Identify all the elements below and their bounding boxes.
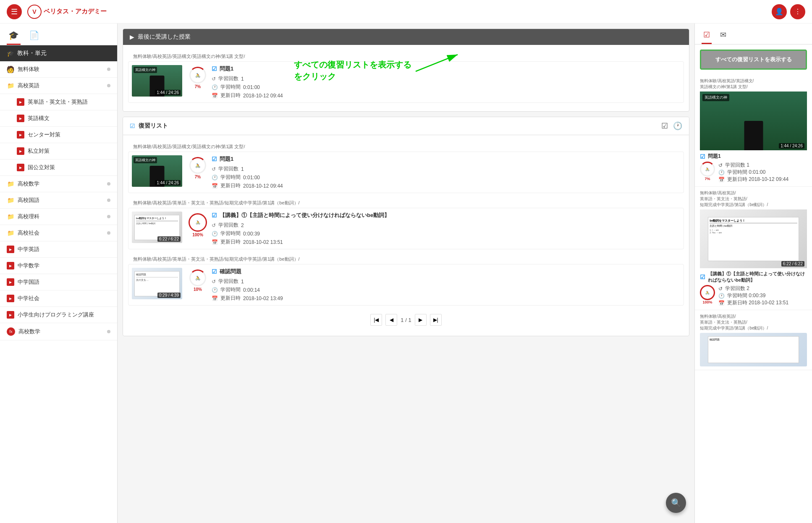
last-lesson-section: ▶ 最後に受講した授業 無料体験/高校英語/英語構文/英語構文の神/第1講 文型… xyxy=(123,29,689,112)
last-page-button[interactable]: ▶| xyxy=(430,314,442,326)
search-fab-button[interactable]: 🔍 xyxy=(666,493,686,513)
sidebar-item-label: 高校英語 xyxy=(18,82,39,89)
title-text-2: 【講義】①【主語と時間によって使い分けなければならないbe動詞】 xyxy=(220,212,390,219)
card-content: ☑ 問題1 ↺ 学習回数 1 🕐 xyxy=(212,65,283,99)
study-time-row: 🕐 学習時間 0:01:00 xyxy=(212,84,283,91)
meta-3: ↺ 学習回数 1 🕐 学習時間 0:00:14 xyxy=(212,278,283,302)
header-left: ☰ V ベリタス・アカデミー xyxy=(7,4,107,19)
sidebar-item-highschool-science[interactable]: 📁 高校理科 xyxy=(0,209,117,225)
sidebar-item-fx-math[interactable]: fx 高校数学 xyxy=(0,323,117,340)
progress-1: 🚴 7% xyxy=(187,155,208,179)
right-tab-send[interactable]: ✉ xyxy=(718,27,728,44)
ref-icon: ↺ xyxy=(718,286,723,292)
sidebar-item-middle-social[interactable]: ▶ 中学社会 xyxy=(0,290,117,307)
meta-section-1: 🚴 7% ☑ 問題1 ↺ 学 xyxy=(187,155,283,189)
sidebar-item-trial[interactable]: 🧑 無料体験 xyxy=(0,61,117,78)
sidebar-item-vocab[interactable]: ▶ 英単語・英文法・英熟語 xyxy=(0,94,117,110)
meta-2: ↺ 学習回数 2 🕐 学習時間 0:00:39 xyxy=(212,222,390,246)
sidebar-item-private[interactable]: ▶ 私立対策 xyxy=(0,143,117,160)
sidebar-tabs: 🎓 📄 xyxy=(0,24,117,45)
review-list-header: ☑ 復習リスト ☑ 🕐 xyxy=(123,117,689,135)
sidebar-item-label: 高校国語 xyxy=(18,196,39,204)
review-breadcrumb-3: 無料体験/高校英語/英単語・英文法・英熟語/短期完成中学英語/第1講（be動詞）… xyxy=(128,253,684,264)
review-card-1[interactable]: 英語構文の神 1:44 / 24:26 🚴 7% ☑ xyxy=(128,152,684,193)
right-thumb-label: 英語構文の神 xyxy=(702,94,729,101)
sidebar-item-highschool-social[interactable]: 📁 高校社会 xyxy=(0,225,117,241)
hamburger-icon: ☰ xyxy=(11,7,18,16)
right-tab-review[interactable]: ☑ xyxy=(702,27,712,44)
play-icon: ▶ xyxy=(17,115,24,122)
last-lesson-title: 最後に受講した授業 xyxy=(138,33,191,41)
sidebar-item-composition[interactable]: ▶ 英語構文 xyxy=(0,110,117,127)
sidebar-tab-notes[interactable]: 📄 xyxy=(27,27,41,45)
last-lesson-card[interactable]: 英語構文の神 1:44 / 24:26 🚴 7% ☑ xyxy=(128,61,684,103)
title-text-3: 確認問題 xyxy=(220,268,241,275)
svg-text:V: V xyxy=(32,8,37,15)
first-page-button[interactable]: |◀ xyxy=(370,314,382,326)
update-row-3: 📅 更新日時 2018-10-02 13:49 xyxy=(212,295,283,302)
bike-icon: 🚴 xyxy=(195,163,200,168)
sidebar-item-center[interactable]: ▶ センター対策 xyxy=(0,127,117,143)
last-lesson-body: 無料体験/高校英語/英語構文/英語構文の神/第1講 文型/ 英語構文の神 1:4… xyxy=(123,45,689,111)
sidebar-item-highschool-english[interactable]: 📁 高校英語 xyxy=(0,78,117,94)
sidebar-item-label: 私立対策 xyxy=(28,147,50,155)
sidebar-item-label: 中学国語 xyxy=(18,278,39,286)
filter-icon[interactable]: ☑ xyxy=(661,121,668,131)
sidebar-item-highschool-japanese[interactable]: 📁 高校国語 xyxy=(0,192,117,209)
play-icon: ▶ xyxy=(7,295,14,302)
review-breadcrumb-1: 無料体験/高校英語/英語構文/英語構文の神/第1講 文型/ xyxy=(128,140,684,152)
sidebar-item-label: 高校社会 xyxy=(18,229,39,237)
sidebar-item-national[interactable]: ▶ 国公立対策 xyxy=(0,160,117,176)
right-circle-1: 🚴 xyxy=(700,162,715,177)
sidebar-item-highschool-math[interactable]: 📁 高校数学 xyxy=(0,176,117,192)
clk-icon: 🕐 xyxy=(718,170,725,175)
menu-button[interactable]: ☰ xyxy=(7,4,22,19)
pct-1: 7% xyxy=(195,175,201,179)
check-2: ☑ xyxy=(212,212,217,219)
right-title-1: ☑ 問題1 xyxy=(700,153,807,160)
sidebar-item-programming[interactable]: ▶ 小学生向けプログラミング講座 xyxy=(0,307,117,323)
sidebar-item-middle-english[interactable]: ▶ 中学英語 xyxy=(0,241,117,258)
show-all-button[interactable]: すべての復習リストを表示する xyxy=(700,50,807,70)
pct-3: 10% xyxy=(194,287,202,292)
right-item-2[interactable]: 無料体験/高校英語/英単語・英文法・英熟語/短期完成中学英語/第1講（be動詞）… xyxy=(695,187,812,310)
progress-circle-1: 🚴 xyxy=(189,157,206,174)
play-icon: ▶ xyxy=(7,262,14,269)
sidebar-item-middle-math[interactable]: ▶ 中学数学 xyxy=(0,258,117,274)
main-layout: 🎓 📄 🎓 教科・単元 🧑 無料体験 📁 高校英語 ▶ 英単語・英文法・英熟語 … xyxy=(0,24,812,523)
prev-page-button[interactable]: ◀ xyxy=(385,314,397,326)
review-card-3[interactable]: 確認問題 次の文を… 0:29 / 4:39 🚴 10% xyxy=(128,264,684,306)
right-meta-1: 🚴 7% ↺ 学習回数 1 🕐 学習時間 0:01:00 📅 更新日時 2018… xyxy=(700,162,807,183)
history-icon[interactable]: 🕐 xyxy=(673,121,682,131)
time-row-3: 🕐 学習時間 0:00:14 xyxy=(212,286,283,293)
sidebar: 🎓 📄 🎓 教科・単元 🧑 無料体験 📁 高校英語 ▶ 英単語・英文法・英熟語 … xyxy=(0,24,118,523)
study-time-value: 0:01:00 xyxy=(243,84,260,90)
check-3: ☑ xyxy=(212,268,217,275)
sidebar-item-label: 小学生向けプログラミング講座 xyxy=(18,311,94,319)
folder-icon: 📁 xyxy=(7,180,14,188)
right-item-3[interactable]: 無料体験/高校英語/英単語・英文法・英熟語/短期完成中学英語/第1講（be動詞）… xyxy=(695,310,812,370)
sidebar-item-label: 国公立対策 xyxy=(28,164,55,171)
check-1: ☑ xyxy=(212,156,217,162)
review-breadcrumb-2: 無料体験/高校英語/英単語・英文法・英熟語/短期完成中学英語/第1講（be動詞）… xyxy=(128,196,684,208)
user-button[interactable]: 👤 xyxy=(772,4,787,19)
pagination: |◀ ◀ 1 / 1 ▶ ▶| xyxy=(128,309,684,331)
sidebar-item-label: 中学数学 xyxy=(18,262,39,269)
play-icon: ▶ xyxy=(17,164,24,171)
sidebar-item-label: 高校数学 xyxy=(18,328,40,335)
play-icon: ▶ xyxy=(7,311,14,319)
right-video-time-1: 1:44 / 24:26 xyxy=(779,143,804,149)
right-title-text-2: 【講義】①【主語と時間によって使い分けなければならないbe動詞】 xyxy=(708,271,807,283)
value: 0:01:00 xyxy=(243,175,260,180)
play-icon: ▶ xyxy=(7,246,14,253)
more-button[interactable]: ⋮ xyxy=(790,4,805,19)
progress-percent: 7% xyxy=(195,84,201,89)
sidebar-tab-courses[interactable]: 🎓 xyxy=(7,27,21,45)
next-page-button[interactable]: ▶ xyxy=(415,314,427,326)
video-time-3: 0:29 / 4:39 xyxy=(157,293,181,298)
review-card-2[interactable]: be動詞をマスターしよう！ 主語と時間 | be動詞 6:22 / 6:22 xyxy=(128,208,684,249)
sidebar-item-middle-japanese[interactable]: ▶ 中学国語 xyxy=(0,274,117,290)
right-thumb-3: 確認問題 xyxy=(700,333,807,366)
right-item-1[interactable]: 無料体験/高校英語/英語構文/英語構文の神/第1講 文型/ 英語構文の神 1:4… xyxy=(695,75,812,187)
rtime-2: 🕐 学習時間 0:00:39 xyxy=(718,292,788,299)
